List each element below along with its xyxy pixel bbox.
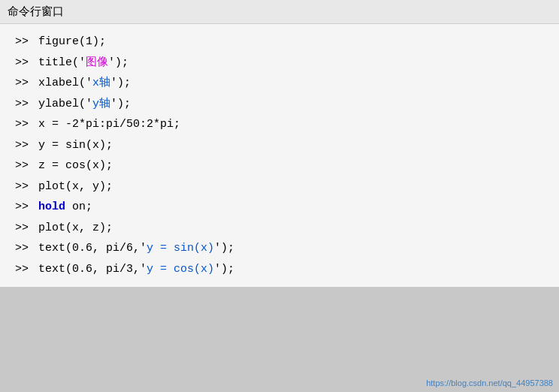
line-text: '); (214, 239, 234, 258)
console-line: >> plot(x, z); (0, 218, 559, 239)
console-line: >> title('图像'); (0, 53, 559, 74)
watermark: https://blog.csdn.net/qq_44957388 (426, 378, 553, 387)
prompt: >> (15, 74, 29, 93)
prompt: >> (15, 177, 29, 197)
console-area: >> figure(1);>> title('图像');>> xlabel('x… (0, 24, 559, 287)
line-text: '); (110, 95, 131, 114)
line-text: '); (108, 53, 128, 73)
line-text: xlabel(' (32, 74, 92, 93)
line-text: text(0.6, pi/6,' (32, 239, 147, 258)
line-text: on; (65, 198, 92, 217)
line-text: ylabel(' (32, 95, 92, 114)
console-line: >> text(0.6, pi/3,'y = cos(x)'); (0, 259, 559, 280)
prompt: >> (15, 136, 29, 155)
prompt: >> (15, 156, 29, 176)
line-text: y = cos(x) (147, 260, 214, 279)
line-text: '); (110, 74, 131, 93)
console-line: >> plot(x, y); (0, 176, 559, 198)
line-text: y轴 (92, 95, 110, 114)
line-text: plot(x, y); (32, 177, 113, 197)
line-text (32, 198, 38, 217)
console-line: >> y = sin(x); (0, 135, 559, 156)
prompt: >> (15, 198, 29, 217)
line-text: x轴 (92, 74, 110, 93)
line-text: z = cos(x); (32, 156, 113, 176)
prompt: >> (15, 95, 29, 114)
console-line: >> text(0.6, pi/6,'y = sin(x)'); (0, 238, 559, 259)
console-line: >> hold on; (0, 197, 559, 218)
prompt: >> (15, 260, 29, 279)
prompt: >> (15, 53, 29, 73)
console-line: >> ylabel('y轴'); (0, 94, 559, 115)
line-text: text(0.6, pi/3,' (32, 260, 147, 279)
line-text: y = sin(x); (32, 136, 113, 155)
line-text: x = -2*pi:pi/50:2*pi; (32, 115, 180, 134)
console-line: >> z = cos(x); (0, 155, 559, 176)
console-line: >> figure(1); (0, 32, 559, 53)
window-title: 命令行窗口 (0, 0, 559, 24)
line-text: title(' (32, 53, 86, 73)
prompt: >> (15, 219, 29, 238)
prompt: >> (15, 32, 29, 52)
line-text: y = sin(x) (147, 239, 214, 258)
line-text: 图像 (86, 53, 108, 73)
console-line: >> xlabel('x轴'); (0, 73, 559, 94)
prompt: >> (15, 239, 29, 258)
line-text: hold (38, 198, 65, 217)
line-text: figure(1); (32, 32, 106, 52)
line-text: '); (214, 260, 234, 279)
prompt: >> (15, 115, 29, 134)
console-line: >> x = -2*pi:pi/50:2*pi; (0, 114, 559, 135)
line-text: plot(x, z); (32, 219, 113, 238)
